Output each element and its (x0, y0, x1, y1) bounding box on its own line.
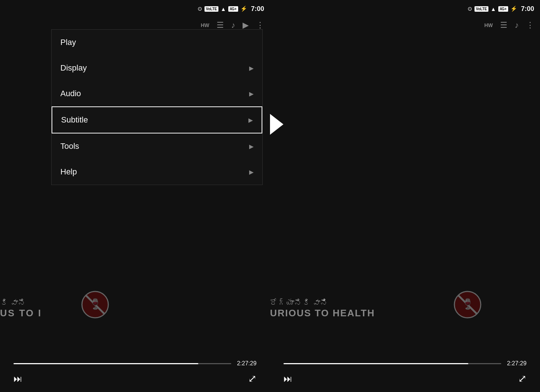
next-track-button[interactable]: ⏭ (284, 374, 292, 384)
progress-bar[interactable] (14, 363, 231, 364)
left-player-bottom: 2:27:29 ⏭ ⤢ (0, 333, 270, 392)
hw-label: HW (484, 22, 493, 28)
subtitle-toggle-icon[interactable]: ☰ (500, 20, 507, 30)
right-player-bottom: 2:27:29 ⏭ ⤢ (270, 333, 540, 392)
svg-line-4 (458, 295, 477, 314)
battery-icon: ⚡ (510, 5, 517, 12)
network-badge: 4G+ (228, 6, 238, 12)
control-buttons: ⏭ ⤢ (284, 373, 526, 385)
playback-time: 2:27:29 (237, 360, 256, 367)
no-drink-sign-right: 🍷 (453, 290, 482, 319)
sign-overlay-right: 🍷 (453, 290, 482, 321)
subtitle-toggle-icon[interactable]: ☰ (217, 20, 224, 30)
left-status-bar: ⊙ VoLTE ▲ 4G+ ⚡ 7:00 (0, 0, 270, 18)
left-main-menu: Play Display ▶ Audio ▶ Subtitle ▶ Tools … (51, 29, 263, 185)
chevron-icon: ▶ (249, 169, 254, 176)
wifi-icon: ⊙ (468, 5, 472, 12)
svg-point-3 (454, 291, 481, 318)
menu-item-help[interactable]: Help ▶ (52, 159, 262, 185)
progress-fill (14, 363, 199, 364)
arrow-svg (270, 110, 285, 139)
svg-marker-6 (270, 112, 283, 137)
arrow-annotation (270, 110, 285, 140)
chevron-icon: ▶ (249, 65, 254, 72)
chevron-icon: ▶ (249, 90, 254, 97)
chevron-icon: ▶ (248, 117, 253, 124)
progress-bar[interactable] (284, 363, 501, 364)
right-toolbar: HW ☰ ♪ ⋮ (479, 18, 540, 33)
svg-text:🍷: 🍷 (89, 298, 102, 310)
fullscreen-button[interactable]: ⤢ (248, 373, 256, 385)
next-track-button[interactable]: ⏭ (14, 374, 22, 384)
volte-badge: VoLTE (205, 6, 218, 12)
svg-point-0 (82, 291, 108, 318)
battery-icon: ⚡ (240, 5, 247, 12)
network-badge: 4G+ (498, 6, 508, 12)
right-status-bar: ⊙ VoLTE ▲ 4G+ ⚡ 7:00 (270, 0, 540, 18)
menu-item-subtitle[interactable]: Subtitle ▶ (52, 106, 262, 133)
audio-icon[interactable]: ♪ (515, 20, 519, 30)
menu-item-audio[interactable]: Audio ▶ (52, 81, 262, 106)
hw-label: HW (201, 22, 209, 28)
wifi-icon: ⊙ (198, 5, 202, 12)
progress-container: 2:27:29 (14, 360, 256, 367)
audio-icon[interactable]: ♪ (231, 20, 235, 30)
chevron-icon: ▶ (249, 143, 254, 150)
signal-icon: ▲ (221, 6, 226, 12)
more-options-icon[interactable]: ⋮ (526, 20, 534, 30)
volte-badge: VoLTE (475, 6, 488, 12)
more-options-icon[interactable]: ⋮ (256, 20, 264, 30)
playback-time: 2:27:29 (507, 360, 526, 367)
sign-overlay: 🍷 (80, 290, 110, 321)
menu-item-display[interactable]: Display ▶ (52, 55, 262, 81)
status-time: 7:00 (251, 5, 264, 13)
video-bg-text-telugu: కి వాని (0, 298, 26, 308)
menu-item-play[interactable]: Play (52, 30, 262, 55)
video-bg-text-english: URIOUS TO HEALTH (270, 308, 375, 319)
svg-line-1 (86, 295, 104, 314)
no-drink-sign: 🍷 (80, 290, 110, 319)
status-time: 7:00 (521, 5, 534, 13)
progress-container: 2:27:29 (284, 360, 526, 367)
progress-fill (284, 363, 469, 364)
left-screen: ⊙ VoLTE ▲ 4G+ ⚡ 7:00 HW ☰ ♪ ▶ ⋮ కి వాని … (0, 0, 270, 392)
control-buttons: ⏭ ⤢ (14, 373, 256, 385)
fullscreen-button[interactable]: ⤢ (518, 373, 526, 385)
video-bg-text-english: US TO I (0, 308, 42, 319)
menu-item-tools[interactable]: Tools ▶ (52, 133, 262, 159)
svg-text:🍷: 🍷 (461, 298, 474, 310)
video-bg-text-telugu: రోగ్యానికి వానిి (270, 298, 328, 308)
play-icon[interactable]: ▶ (243, 20, 249, 30)
right-screen: ⊙ VoLTE ▲ 4G+ ⚡ 7:00 HW ☰ ♪ ⋮ రోగ్యానికి… (270, 0, 540, 392)
signal-icon: ▲ (491, 6, 496, 12)
